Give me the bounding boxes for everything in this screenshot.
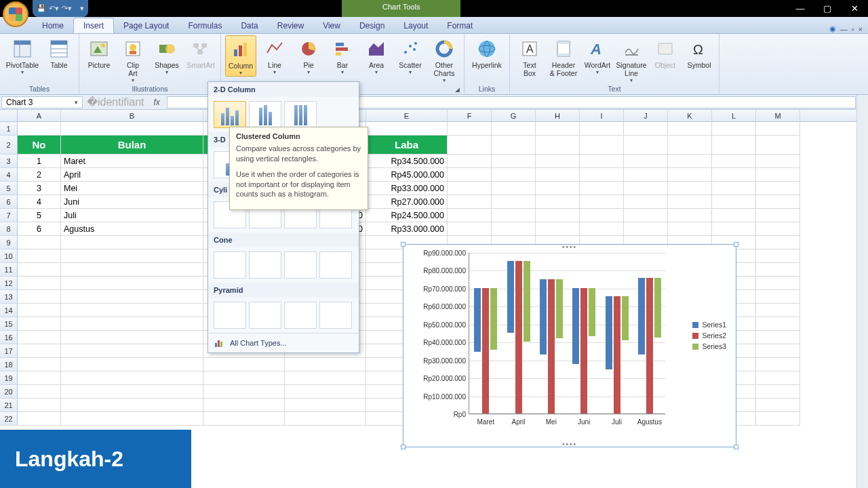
cell[interactable] (448, 136, 492, 155)
tab-design[interactable]: Design (350, 18, 394, 33)
object-button[interactable]: Object (650, 35, 681, 69)
cell[interactable] (756, 155, 800, 168)
textbox-button[interactable]: AText Box (514, 35, 545, 77)
cell[interactable] (668, 222, 712, 236)
cell[interactable] (492, 122, 536, 136)
row-header[interactable]: 4 (0, 168, 18, 182)
cell[interactable] (624, 209, 668, 222)
cell[interactable]: Bulan (61, 136, 203, 155)
cell[interactable] (756, 182, 800, 195)
embedded-chart[interactable]: •••• •••• MaretAprilMeiJuniJuliAgustus S… (403, 244, 736, 447)
cell[interactable]: Juni (61, 195, 203, 209)
cell[interactable]: 6 (18, 222, 61, 236)
cell[interactable]: No (18, 136, 61, 155)
cone-option-4[interactable] (319, 251, 352, 279)
area-chart-button[interactable]: Area▾ (361, 35, 392, 75)
pyr-option-3[interactable] (284, 302, 317, 329)
name-box[interactable]: Chart 3▾ (1, 96, 83, 108)
maximize-button[interactable]: ▢ (814, 0, 841, 17)
row-header[interactable]: 21 (0, 399, 18, 412)
row-header[interactable]: 16 (0, 331, 18, 344)
cell[interactable] (448, 222, 492, 236)
row-header[interactable]: 12 (0, 277, 18, 290)
cell[interactable] (285, 412, 366, 426)
cell[interactable] (756, 412, 800, 426)
cell[interactable] (18, 412, 61, 426)
cell[interactable] (536, 195, 580, 209)
cell[interactable] (756, 290, 800, 304)
cell[interactable] (536, 182, 580, 195)
row-header[interactable]: 6 (0, 195, 18, 209)
cell[interactable]: Rp33.000.000 (366, 222, 448, 236)
cell[interactable] (61, 290, 203, 304)
cell[interactable] (61, 317, 203, 331)
cell[interactable] (61, 122, 203, 136)
other-charts-button[interactable]: Other Charts▾ (429, 35, 460, 83)
cell[interactable] (61, 331, 203, 344)
cell[interactable] (61, 371, 203, 385)
tab-home[interactable]: Home (33, 18, 73, 33)
row-header[interactable]: 7 (0, 209, 18, 222)
cell[interactable] (536, 155, 580, 168)
cell[interactable] (712, 222, 756, 236)
tab-format[interactable]: Format (437, 18, 482, 33)
cell[interactable] (712, 136, 756, 155)
cell[interactable]: Juli (61, 209, 203, 222)
cell[interactable] (668, 195, 712, 209)
cell[interactable] (61, 358, 203, 371)
cell[interactable] (624, 136, 668, 155)
cell[interactable] (18, 371, 61, 385)
row-header[interactable]: 2 (0, 136, 18, 155)
cell[interactable] (448, 195, 492, 209)
cell[interactable] (580, 168, 624, 182)
charts-launcher-icon[interactable]: ◢ (455, 86, 460, 93)
cell[interactable] (203, 385, 285, 399)
cell[interactable] (18, 277, 61, 290)
cell[interactable] (492, 182, 536, 195)
cell[interactable] (203, 399, 285, 412)
cell[interactable] (285, 385, 366, 399)
wordart-button[interactable]: AWordArt▾ (582, 35, 613, 75)
scatter-chart-button[interactable]: Scatter▾ (395, 35, 426, 75)
cell[interactable] (668, 155, 712, 168)
cell[interactable] (448, 122, 492, 136)
cell[interactable] (285, 371, 366, 385)
cell[interactable]: Rp24.500.000 (366, 209, 448, 222)
cell[interactable] (580, 122, 624, 136)
cell[interactable]: Mei (61, 182, 203, 195)
cell[interactable] (756, 358, 800, 371)
row-header[interactable]: 11 (0, 263, 18, 277)
pie-chart-button[interactable]: Pie▾ (293, 35, 324, 75)
cell[interactable] (580, 195, 624, 209)
cell[interactable]: 1 (18, 155, 61, 168)
pyr-option-1[interactable] (214, 302, 246, 329)
row-header[interactable]: 13 (0, 290, 18, 304)
fx-icon[interactable]: fx (147, 98, 167, 107)
100-stacked-column-option[interactable] (284, 101, 317, 128)
cell[interactable] (756, 385, 800, 399)
col-header[interactable]: I (580, 110, 624, 121)
row-header[interactable]: 14 (0, 304, 18, 317)
cell[interactable] (61, 277, 203, 290)
table-button[interactable]: Table (43, 35, 75, 69)
col-header[interactable]: L (712, 110, 756, 121)
cell[interactable] (668, 168, 712, 182)
cell[interactable]: Rp27.000.000 (366, 195, 448, 209)
cell[interactable] (756, 236, 800, 249)
symbol-button[interactable]: ΩSymbol (684, 35, 715, 69)
cell[interactable] (712, 122, 756, 136)
pivottable-button[interactable]: PivotTable▾ (4, 35, 41, 75)
cell[interactable] (756, 277, 800, 290)
header-footer-button[interactable]: Header & Footer (548, 35, 579, 77)
col-header[interactable]: K (668, 110, 712, 121)
ribbon-restore-icon[interactable]: ▫ (852, 25, 854, 33)
cell[interactable] (536, 136, 580, 155)
ribbon-minimize-icon[interactable]: — (840, 25, 848, 33)
cell[interactable] (18, 399, 61, 412)
col-header[interactable]: G (492, 110, 536, 121)
cell[interactable] (203, 412, 285, 426)
cell[interactable] (756, 136, 800, 155)
cell[interactable]: Rp34.500.000 (366, 155, 448, 168)
cell[interactable]: 3 (18, 182, 61, 195)
cell[interactable] (203, 371, 285, 385)
